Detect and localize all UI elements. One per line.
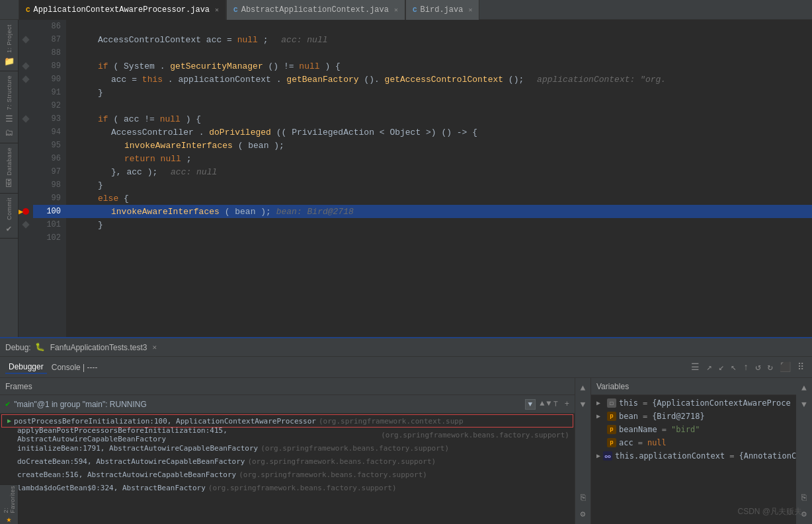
var-appcontext-name: this.applicationContext xyxy=(615,451,725,461)
sidebar-database-label: Database xyxy=(6,146,13,177)
frame-list: ▶ postProcessBeforeInitialization:100, A… xyxy=(0,414,575,524)
code-line-90: acc = this . applicationContext . getBea… xyxy=(66,73,812,86)
tab-abstractapplicationcontext[interactable]: C AbstractApplicationContext.java ✕ xyxy=(226,0,405,20)
frame-item-3[interactable]: doCreateBean:594, AbstractAutowireCapabl… xyxy=(0,455,575,468)
frame-method-5: lambda$doGetBean$0:324, AbstractBeanFact… xyxy=(17,484,206,492)
copy-btn[interactable]: ⎘ xyxy=(576,490,590,505)
add-frame-btn[interactable]: + xyxy=(565,400,569,409)
tab-applicationcontextawareprocessor[interactable]: C ApplicationContextAwareProcessor.java … xyxy=(19,0,226,20)
toolbar-step-into-icon[interactable]: ↙ xyxy=(716,360,727,374)
var-bean-icon: p xyxy=(607,412,616,421)
gutter-line-93 xyxy=(19,112,33,126)
code-content[interactable]: AccessControlContext acc = null ; acc: n… xyxy=(66,20,812,337)
var-acc-icon: p xyxy=(607,438,616,447)
gutter-line-90 xyxy=(19,73,33,86)
scroll-up-btn[interactable]: ▲ xyxy=(576,381,590,395)
code-line-86 xyxy=(66,20,812,33)
sidebar-commit-section[interactable]: Commit ✔ xyxy=(0,194,18,239)
var-this-name: this xyxy=(619,398,638,408)
toolbar-settings-icon[interactable]: ⬛ xyxy=(777,360,793,374)
sidebar-database-section[interactable]: Database 🗄 xyxy=(0,144,18,194)
bookmark-diamond xyxy=(22,115,29,122)
debug-session-close[interactable]: ✕ xyxy=(152,343,157,352)
frame-pkg-1: (org.springframework.beans.factory.suppo… xyxy=(381,431,569,439)
code-line-93: if ( acc != null ) { xyxy=(66,112,812,126)
line-num-91: 91 xyxy=(33,86,66,99)
toolbar-step-out-icon[interactable]: ↖ xyxy=(728,360,739,374)
toolbar-evaluate-icon[interactable]: ↺ xyxy=(752,360,763,374)
line-num-94: 94 xyxy=(33,126,66,139)
thread-filter-btn[interactable]: ⊤ xyxy=(553,399,558,409)
sidebar-favorites-label: 2: Favorites xyxy=(3,484,16,515)
breakpoint-marker[interactable] xyxy=(22,208,29,215)
frame-item-2[interactable]: initializeBean:1791, AbstractAutowireCap… xyxy=(0,441,575,455)
debugger-tab[interactable]: Debugger xyxy=(5,361,47,374)
gutter-line-101 xyxy=(19,218,33,231)
code-line-88 xyxy=(66,46,812,59)
debug-header: Debug: 🐛 FanfuApplicationTests.test3 ✕ xyxy=(0,338,812,357)
gutter-line-99 xyxy=(19,192,33,205)
frame-item-0[interactable]: ▶ postProcessBeforeInitialization:100, A… xyxy=(1,414,573,428)
scroll-down-btn[interactable]: ▼ xyxy=(576,397,590,412)
current-line-arrow: ▶ xyxy=(19,207,23,217)
frame-method-4: createBean:516, AbstractAutowireCapableB… xyxy=(17,470,236,479)
sidebar-favorites-icon[interactable]: ★ xyxy=(2,514,17,524)
java-icon: C xyxy=(26,6,30,14)
code-line-98: } xyxy=(66,178,812,192)
thread-selector: ✔ "main"@1 in group "main": RUNNING ▼ ▲ … xyxy=(0,395,575,414)
sidebar-structure-section[interactable]: 7: Structure ☰ 🗂 xyxy=(0,72,18,143)
var-item-bean: ▶ p bean = {Bird@2718} xyxy=(591,410,796,423)
toolbar-step-over-icon[interactable]: ↗ xyxy=(704,360,714,374)
var-item-beanname: ▶ p beanName = "bird" xyxy=(591,423,796,436)
left-sidebar: 1: Project 📁 7: Structure ☰ 🗂 Database 🗄… xyxy=(0,20,19,337)
frame-item-4[interactable]: createBean:516, AbstractAutowireCapableB… xyxy=(0,468,575,481)
toolbar-run-to-cursor-icon[interactable]: ↑ xyxy=(741,361,751,374)
tab-close-btn[interactable]: ✕ xyxy=(215,6,219,14)
code-line-94: AccessController . doPrivileged (( Privi… xyxy=(66,126,812,139)
console-tab[interactable]: Console | ---- xyxy=(48,361,101,373)
sidebar-project-section[interactable]: 1: Project 📁 xyxy=(0,21,18,71)
toolbar-menu-icon[interactable]: ☰ xyxy=(688,360,702,374)
sidebar-favorites-section[interactable]: 2: Favorites ★ xyxy=(0,484,19,524)
var-scroll-up-btn[interactable]: ▲ xyxy=(797,381,811,395)
line-num-96: 96 xyxy=(33,152,66,165)
thread-down-btn[interactable]: ▼ xyxy=(546,399,551,409)
toolbar-trace-icon[interactable]: ↻ xyxy=(765,360,776,374)
frames-panel: Frames ✔ "main"@1 in group "main": RUNNI… xyxy=(0,378,575,524)
gutter-line-86 xyxy=(19,20,33,33)
thread-up-btn[interactable]: ▲ xyxy=(540,399,544,409)
frame-item-5[interactable]: lambda$doGetBean$0:324, AbstractBeanFact… xyxy=(0,481,575,494)
c-icon: C xyxy=(233,6,238,14)
tab-close-btn[interactable]: ✕ xyxy=(394,6,398,14)
var-acc-val: null xyxy=(647,438,667,447)
line-num-86: 86 xyxy=(33,20,66,33)
tab-label: Bird.java xyxy=(421,5,464,15)
var-scroll-down-btn[interactable]: ▼ xyxy=(797,397,811,412)
tab-close-btn[interactable]: ✕ xyxy=(468,6,472,14)
frame-item-1[interactable]: applyBeanPostProcessorsBeforeInitializat… xyxy=(0,428,575,441)
sidebar-structure-icon2[interactable]: 🗂 xyxy=(2,126,17,141)
variables-side-toolbar: ▲ ▼ ⎘ ⚙ xyxy=(796,378,812,524)
var-appcontext-val: {AnnotationC xyxy=(739,451,796,461)
tab-bird[interactable]: C Bird.java ✕ xyxy=(405,0,479,20)
sidebar-database-icon[interactable]: 🗄 xyxy=(2,176,17,191)
sidebar-project-icon[interactable]: 📁 xyxy=(2,54,17,69)
sidebar-structure-icon[interactable]: ☰ xyxy=(2,112,17,126)
sidebar-commit-icon[interactable]: ✔ xyxy=(2,221,17,236)
code-line-89: if ( System . getSecurityManager () != n… xyxy=(66,59,812,73)
code-line-95: invokeAwareInterfaces ( bean ); xyxy=(66,139,812,152)
gutter-line-100: ▶ xyxy=(19,205,33,218)
line-num-95: 95 xyxy=(33,139,66,152)
thread-dropdown[interactable]: ▼ xyxy=(525,399,536,410)
thread-running-icon: ✔ xyxy=(5,399,10,409)
gutter-line-89 xyxy=(19,59,33,73)
toolbar-more-icon[interactable]: ⠿ xyxy=(795,360,807,374)
gutter-line-102 xyxy=(19,231,33,244)
settings-btn[interactable]: ⚙ xyxy=(576,507,590,521)
var-bean-val: {Bird@2718} xyxy=(652,412,704,421)
var-copy-btn[interactable]: ⎘ xyxy=(797,490,811,505)
code-line-102 xyxy=(66,231,812,244)
line-num-90: 90 xyxy=(33,73,66,86)
line-num-93: 93 xyxy=(33,112,66,126)
bookmark-diamond xyxy=(22,75,29,83)
